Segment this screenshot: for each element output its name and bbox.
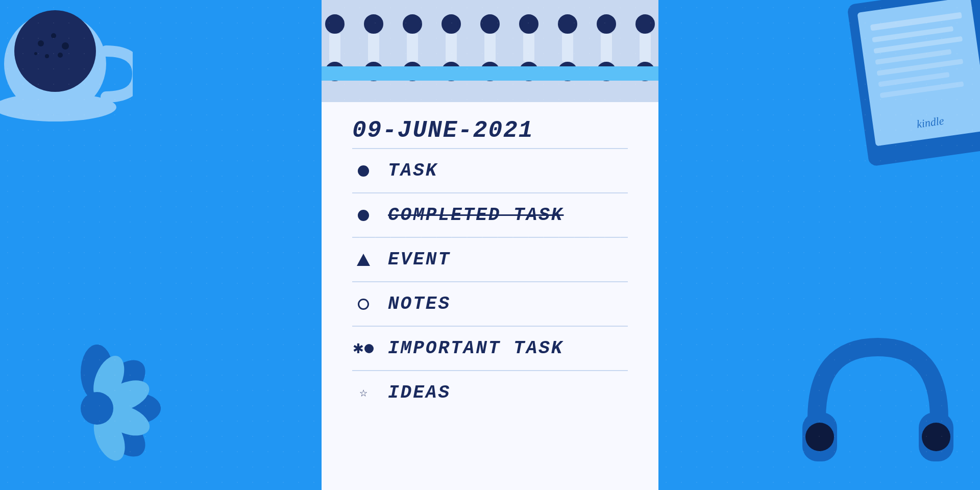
svg-point-2: [14, 10, 96, 92]
task-item-notes: Notes: [352, 282, 628, 327]
date-heading: 09-June-2021: [352, 117, 628, 144]
svg-point-4: [51, 33, 56, 38]
task-label-event: Event: [388, 249, 451, 270]
task-label-ideas: Ideas: [388, 382, 451, 403]
headphones-decoration: [796, 327, 960, 480]
svg-point-5: [62, 42, 69, 50]
completed-bullet-icon: [352, 210, 375, 221]
binding-band: [322, 66, 658, 81]
bullet-filled-icon: [352, 165, 375, 177]
svg-point-27: [81, 392, 113, 425]
task-item-important: ✱ Important Task: [352, 327, 628, 371]
task-label-notes: Notes: [388, 293, 451, 314]
binding-area: [322, 0, 658, 102]
task-item-event: Event: [352, 238, 628, 282]
svg-point-8: [34, 52, 37, 55]
circle-hollow-icon: [352, 299, 375, 310]
svg-point-3: [38, 40, 44, 46]
flower-decoration: [31, 342, 163, 475]
coffee-cup-decoration: [0, 0, 133, 138]
svg-point-7: [58, 53, 63, 58]
task-label-important: Important Task: [388, 338, 564, 359]
task-item-completed: Completed Task: [352, 193, 628, 238]
kindle-decoration: kindle: [841, 0, 980, 173]
task-list: Task Completed Task Event: [352, 149, 628, 414]
svg-point-29: [805, 423, 834, 451]
triangle-icon: [352, 254, 375, 266]
task-label-completed: Completed Task: [388, 205, 564, 226]
star-icon: ☆: [352, 386, 375, 400]
task-item-task: Task: [352, 149, 628, 193]
important-icon: ✱: [352, 340, 375, 357]
task-label-task: Task: [388, 160, 438, 181]
notebook-body: 09-June-2021 Task Completed Task: [322, 102, 658, 490]
notebook: 09-June-2021 Task Completed Task: [322, 0, 658, 490]
svg-point-6: [45, 54, 49, 58]
svg-point-31: [922, 423, 950, 451]
task-item-ideas: ☆ Ideas: [352, 371, 628, 414]
